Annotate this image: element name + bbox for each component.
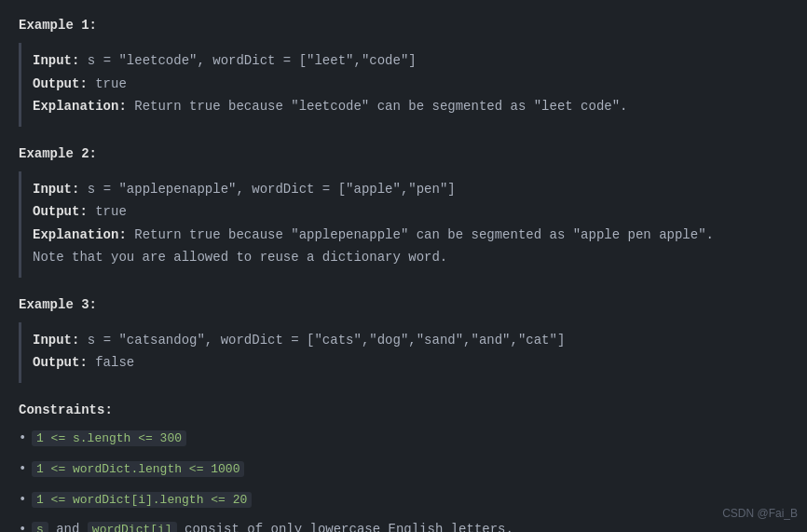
watermark: CSDN @Fai_B xyxy=(722,505,798,523)
example-2-note-value: Note that you are allowed to reuse a dic… xyxy=(33,250,447,265)
explanation-label-1: Explanation: xyxy=(33,99,127,114)
constraint-item-1: 1 <= s.length <= 300 xyxy=(19,428,788,449)
example-3-section: Example 3: Input: s = "catsandog", wordD… xyxy=(19,294,788,383)
output-label-3: Output: xyxy=(33,355,88,370)
output-label-1: Output: xyxy=(33,76,88,91)
example-1-input-line: Input: s = "leetcode", wordDict = ["leet… xyxy=(33,50,777,71)
example-2-note-line: Note that you are allowed to reuse a dic… xyxy=(33,247,777,267)
example-2-input-value: s = "applepenapple", wordDict = ["apple"… xyxy=(88,182,456,197)
example-1-output-value: true xyxy=(95,76,127,91)
input-label: Input: xyxy=(33,53,79,68)
example-1-section: Example 1: Input: s = "leetcode", wordDi… xyxy=(19,15,788,127)
example-3-title: Example 3: xyxy=(19,294,788,315)
constraint-text-consist: consist of only lowercase English letter… xyxy=(185,522,513,532)
example-2-output-value: true xyxy=(95,204,127,219)
constraint-badge-1: 1 <= s.length <= 300 xyxy=(32,430,186,446)
example-1-input-value: s = "leetcode", wordDict = ["leet","code… xyxy=(88,53,417,68)
constraint-badge-3: 1 <= wordDict[i].length <= 20 xyxy=(32,492,252,508)
example-3-input-value: s = "catsandog", wordDict = ["cats","dog… xyxy=(88,333,565,348)
explanation-label-2: Explanation: xyxy=(33,227,127,242)
example-1-output-line: Output: true xyxy=(33,74,777,94)
example-1-title: Example 1: xyxy=(19,15,788,35)
example-3-block: Input: s = "catsandog", wordDict = ["cat… xyxy=(19,322,788,383)
example-2-title: Example 2: xyxy=(19,143,788,164)
constraints-list: 1 <= s.length <= 300 1 <= wordDict.lengt… xyxy=(19,428,788,532)
example-3-output-line: Output: false xyxy=(33,352,777,373)
example-2-explanation-line: Explanation: Return true because "applep… xyxy=(33,225,777,245)
constraint-item-3: 1 <= wordDict[i].length <= 20 xyxy=(19,489,788,511)
constraint-code-s: s xyxy=(32,522,48,532)
input-label-2: Input: xyxy=(33,182,79,197)
constraints-section: Constraints: 1 <= s.length <= 300 1 <= w… xyxy=(19,400,788,532)
example-2-output-line: Output: true xyxy=(33,201,777,222)
example-2-section: Example 2: Input: s = "applepenapple", w… xyxy=(19,143,788,278)
example-3-input-line: Input: s = "catsandog", wordDict = ["cat… xyxy=(33,330,777,350)
example-1-explanation-value: Return true because "leetcode" can be se… xyxy=(134,99,627,114)
constraint-code-worddict-i: wordDict[i] xyxy=(88,522,177,532)
example-2-block: Input: s = "applepenapple", wordDict = [… xyxy=(19,171,788,278)
example-2-input-line: Input: s = "applepenapple", wordDict = [… xyxy=(33,179,777,199)
input-label-3: Input: xyxy=(33,333,79,348)
constraints-title: Constraints: xyxy=(19,400,788,420)
constraint-item-4: s and wordDict[i] consist of only lowerc… xyxy=(19,519,788,532)
constraint-badge-2: 1 <= wordDict.length <= 1000 xyxy=(32,461,244,477)
output-label-2: Output: xyxy=(33,204,88,219)
example-1-explanation-line: Explanation: Return true because "leetco… xyxy=(33,96,777,116)
constraint-item-2: 1 <= wordDict.length <= 1000 xyxy=(19,458,788,480)
example-3-output-value: false xyxy=(95,355,134,370)
example-1-block: Input: s = "leetcode", wordDict = ["leet… xyxy=(19,43,788,126)
constraint-text-and: and xyxy=(56,522,88,532)
example-2-explanation-value: Return true because "applepenapple" can … xyxy=(134,227,714,242)
